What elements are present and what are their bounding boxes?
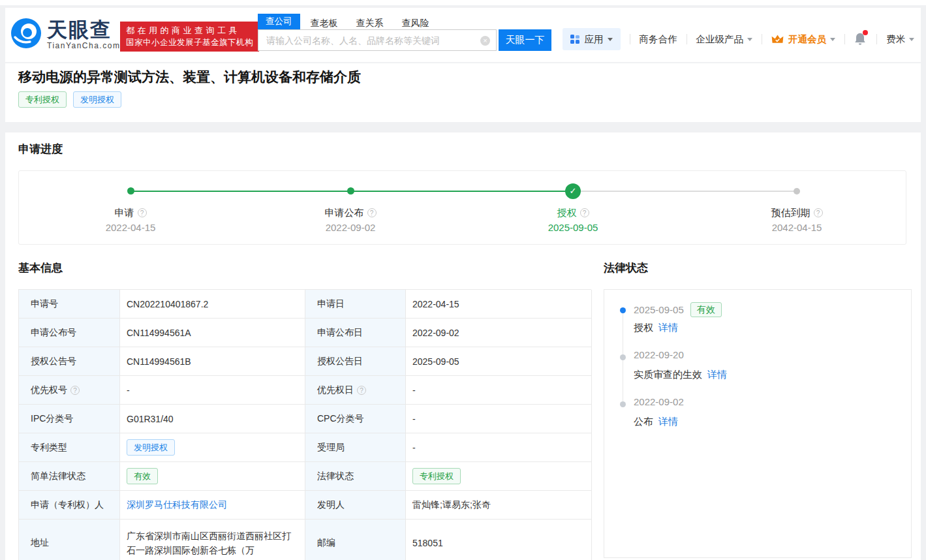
timeline-segment-future — [573, 191, 797, 192]
row-value: CN114994561A — [120, 319, 305, 347]
search-bar: × 天眼一下 — [258, 29, 551, 51]
row-value: G01R31/40 — [120, 405, 305, 433]
step-dot-apply — [127, 187, 134, 194]
search-button[interactable]: 天眼一下 — [499, 29, 551, 51]
nav-enterprise[interactable]: 企业级产品 — [696, 33, 753, 46]
application-progress-timeline: ✓ 申请? 2022-04-15 申请公布? 2022-09-02 授权? 20… — [18, 170, 906, 245]
chevron-down-icon — [608, 38, 613, 41]
nav-user[interactable]: 费米 — [886, 33, 914, 46]
row-value: 有效 — [120, 462, 305, 491]
divider — [630, 34, 630, 44]
tag-invention-granted: 发明授权 — [73, 91, 121, 108]
step-dot-publish — [347, 187, 354, 194]
search-input[interactable] — [258, 30, 474, 50]
row-value: 518051 — [406, 520, 592, 560]
detail-link[interactable]: 详情 — [707, 369, 727, 381]
notification-bell-icon[interactable] — [854, 32, 866, 47]
step-date-grant: 2025-09-05 — [508, 222, 638, 233]
step-check-icon: ✓ — [565, 183, 581, 199]
nav-vip[interactable]: 开通会员 — [771, 33, 835, 46]
row-label: 申请公布日 — [305, 319, 406, 347]
row-label: 邮编 — [305, 520, 406, 560]
tab-risk[interactable]: 查风险 — [402, 18, 429, 29]
step-label-apply: 申请? — [65, 207, 196, 219]
help-icon[interactable]: ? — [814, 208, 823, 217]
row-label: IPC分类号 — [19, 405, 120, 433]
clear-icon[interactable]: × — [480, 36, 490, 46]
legal-dot — [620, 401, 626, 407]
help-icon[interactable]: ? — [580, 208, 589, 217]
detail-link[interactable]: 详情 — [658, 322, 678, 334]
tianyancha-logo[interactable]: 天眼查 TianYanCha.com — [10, 18, 120, 52]
step-label-expiry: 预估到期? — [732, 207, 862, 219]
brand-slogan-badge: 都在用的商业查询工具 国家中小企业发展子基金旗下机构 — [120, 22, 259, 52]
tag-invention-granted: 发明授权 — [127, 439, 175, 456]
nav-cooperation[interactable]: 商务合作 — [640, 33, 677, 46]
row-label: 专利类型 — [19, 433, 120, 462]
row-value: 发明授权 — [120, 433, 305, 462]
slogan-line1: 都在用的商业查询工具 — [126, 25, 253, 37]
row-label: 发明人 — [305, 491, 406, 520]
top-strip — [0, 0, 926, 5]
tab-company[interactable]: 查公司 — [258, 14, 300, 29]
slogan-line2: 国家中小企业发展子基金旗下机构 — [126, 37, 253, 48]
legal-event-date: 2022-09-02 — [634, 396, 684, 407]
legal-event-date: 2022-09-20 — [634, 349, 684, 360]
basic-info-table: 申请号 CN202210401867.2 申请日 2022-04-15 申请公布… — [18, 289, 591, 560]
nav-vip-label: 开通会员 — [788, 33, 826, 46]
chevron-down-icon — [747, 38, 752, 41]
row-value: 2022-09-02 — [406, 319, 592, 347]
divider — [876, 34, 877, 44]
step-date-publish: 2022-09-02 — [285, 222, 416, 233]
row-value: - — [406, 376, 592, 405]
row-value: 广东省深圳市南山区西丽街道西丽社区打石一路深圳国际创新谷七栋（万 — [120, 520, 305, 560]
row-label: 授权公告号 — [19, 347, 120, 376]
row-value: - — [406, 405, 592, 433]
row-label: 地址 — [19, 520, 120, 560]
search-tabs: 查公司 查老板 查关系 查风险 — [258, 15, 448, 29]
patent-tags: 专利授权 发明授权 — [18, 91, 121, 108]
row-label: 申请（专利权）人 — [19, 491, 120, 520]
row-value: - — [406, 433, 592, 462]
row-value: CN114994561B — [120, 347, 305, 376]
tab-boss[interactable]: 查老板 — [311, 18, 338, 29]
step-dot-expiry — [794, 188, 800, 194]
legal-event-desc: 公布 — [634, 416, 653, 428]
detail-link[interactable]: 详情 — [658, 416, 678, 428]
patent-title-section: 移动电源的异常测试方法、装置、计算机设备和存储介质 专利授权 发明授权 — [5, 63, 921, 122]
logo-eye-icon — [10, 18, 42, 52]
row-label: 授权公告日 — [305, 347, 406, 376]
row-label: 申请公布号 — [19, 319, 120, 347]
nav-apps-label: 应用 — [585, 33, 604, 46]
help-icon[interactable]: ? — [138, 208, 147, 217]
row-label: 申请号 — [19, 290, 120, 319]
row-label: 受理局 — [305, 433, 406, 462]
username: 费米 — [886, 33, 905, 46]
legal-event-date: 2025-09-05 — [634, 304, 684, 315]
row-label: 申请日 — [305, 290, 406, 319]
divider — [762, 34, 762, 44]
row-label: 简单法律状态 — [19, 462, 120, 491]
legal-dot-current — [620, 307, 626, 313]
row-label: 优先权号? — [19, 376, 120, 405]
legal-event-desc: 实质审查的生效 — [634, 369, 702, 381]
nav-apps[interactable]: 应用 — [563, 28, 621, 50]
help-icon[interactable]: ? — [357, 386, 366, 395]
tab-relation[interactable]: 查关系 — [356, 18, 384, 29]
main-content: 申请进度 ✓ 申请? 2022-04-15 申请公布? 2022-09-02 授… — [5, 132, 921, 560]
legal-dot — [620, 354, 626, 360]
row-value: 专利授权 — [406, 462, 592, 491]
applicant-company-link[interactable]: 深圳罗马仕科技有限公司 — [127, 499, 227, 511]
help-icon[interactable]: ? — [367, 208, 377, 217]
row-value: 2022-04-15 — [406, 290, 592, 319]
help-icon[interactable]: ? — [70, 386, 80, 395]
tag-valid: 有效 — [690, 302, 722, 317]
tag-patent-granted: 专利授权 — [18, 91, 67, 108]
brand-domain: TianYanCha.com — [47, 41, 120, 50]
row-label: 优先权日? — [305, 376, 406, 405]
brand-name: 天眼查 — [47, 20, 120, 40]
row-value: 深圳罗马仕科技有限公司 — [120, 491, 305, 520]
legal-status-panel: 2025-09-05 有效 授权 详情 2022-09-20 实质审查的生效 详… — [604, 289, 912, 558]
tag-valid: 有效 — [127, 468, 158, 484]
legal-status-heading: 法律状态 — [604, 260, 648, 275]
